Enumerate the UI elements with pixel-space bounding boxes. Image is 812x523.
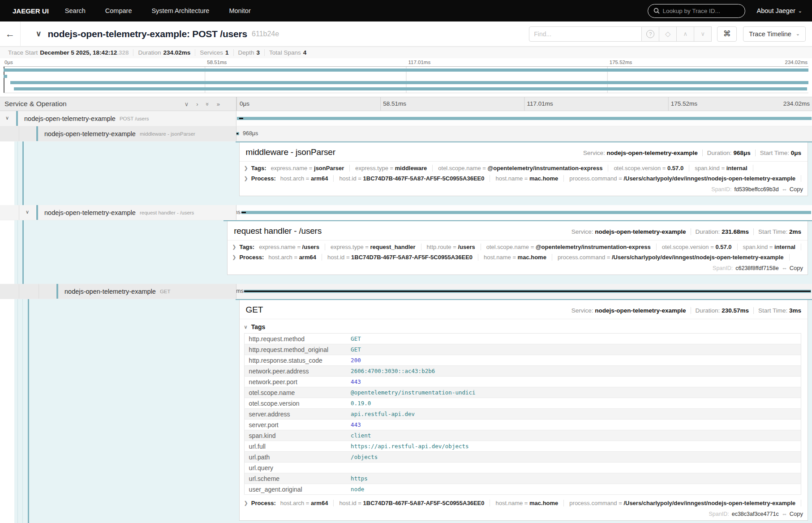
tag-value: GET [346, 344, 801, 355]
service-operation-header: Service & Operation [4, 100, 67, 108]
about-jaeger-menu[interactable]: About Jaeger ⌄ [757, 7, 802, 14]
span-duration-label: 230.57ms [236, 288, 244, 294]
span-name-cell-post-users[interactable]: ∨ nodejs-open-telemetry-example POST /us… [0, 111, 236, 126]
minimap-span-bar [4, 69, 808, 72]
trace-view-select[interactable]: Trace Timeline ⌄ [743, 26, 806, 42]
span-color-accent [36, 205, 38, 220]
span-detail-region: GET Service: nodejs-open-telemetry-examp… [236, 299, 812, 523]
span-detail-row: middleware - jsonParser Service: nodejs-… [0, 141, 812, 205]
tag-summary-item: span.kind = internal [738, 244, 801, 250]
process-summary-row[interactable]: ❯ Process: host.arch = arm64host.id = 1B… [228, 253, 808, 263]
span-bar[interactable] [241, 211, 811, 214]
span-name-cell-json-parser[interactable]: nodejs-open-telemetry-example middleware… [0, 126, 236, 141]
span-detail-header[interactable]: request handler - /users Service: nodejs… [228, 221, 808, 240]
find-prev-button[interactable]: ∧ [677, 26, 694, 42]
span-detail-region: request handler - /users Service: nodejs… [223, 220, 812, 284]
span-row: nodejs-open-telemetry-example GET 230.57… [0, 284, 812, 299]
tag-key: network.peer.port [244, 377, 346, 387]
nav-item-compare[interactable]: Compare [95, 7, 142, 14]
trace-meta-bar: Trace StartDecember 5 2025, 18:42:12.328… [0, 47, 812, 58]
tag-row: http.request.method_original GET [244, 344, 801, 355]
nav-item-search[interactable]: Search [55, 7, 95, 14]
span-timeline-cell[interactable]: 968μs [236, 126, 812, 141]
tag-value: 443 [346, 420, 801, 430]
tag-row: url.query [244, 463, 801, 473]
tag-row: span.kind client [244, 430, 801, 441]
minimap-canvas[interactable] [4, 66, 808, 93]
span-row: nodejs-open-telemetry-example middleware… [0, 126, 812, 141]
chevron-down-icon: ∨ [244, 324, 248, 330]
span-color-accent [36, 126, 38, 141]
diamond-target-icon: ◇ [665, 30, 670, 38]
span-duration-label: 231.68ms [236, 209, 241, 215]
tags-section-header[interactable]: ∨ Tags [244, 322, 801, 333]
trace-collapse-chevron-icon[interactable]: ∨ [36, 29, 41, 39]
chevron-down-icon: ⌄ [796, 31, 800, 36]
span-timeline-cell[interactable]: 230.57ms [236, 284, 812, 299]
span-detail-title: middleware - jsonParser [246, 147, 335, 157]
span-name-cell-get[interactable]: nodejs-open-telemetry-example GET [0, 284, 236, 299]
critical-path-segment [244, 291, 811, 292]
tags-summary-row[interactable]: ❯ Tags: express.name = jsonParserexpress… [240, 162, 808, 174]
tags-table: http.request.method GET http.request.met… [244, 333, 801, 495]
span-detail-header[interactable]: middleware - jsonParser Service: nodejs-… [240, 142, 808, 162]
collapse-one-icon[interactable]: ∨ [185, 101, 189, 107]
tag-row: url.scheme https [244, 473, 801, 484]
process-summary-row[interactable]: ❯ Process: host.arch = arm64host.id = 1B… [240, 497, 808, 509]
span-duration-label: 968μs [243, 130, 258, 137]
span-detail-row: request handler - /users Service: nodejs… [0, 220, 812, 284]
span-detail-info: Service: nodejs-open-telemetry-example D… [567, 307, 801, 314]
span-bar[interactable] [237, 117, 812, 120]
copy-span-id-button[interactable]: ⇔ Copy [782, 265, 803, 271]
command-icon: ⌘ [723, 29, 731, 39]
process-summary-row[interactable]: ❯ Process: host.arch = arm64host.id = 1B… [240, 174, 808, 184]
back-button[interactable]: ← [0, 21, 21, 46]
span-timeline-cell[interactable] [236, 111, 812, 126]
expand-all-icon[interactable]: » [217, 101, 220, 107]
find-toolbar: ? ◇ ∧ ∨ [529, 26, 712, 42]
tag-value: /objects [346, 452, 801, 463]
trace-id-lookup-input[interactable] [663, 8, 739, 14]
span-id-row: SpanID: c6238f8ffdf7158e ⇔ Copy [228, 263, 808, 274]
span-operation-name: request handler - /users [140, 210, 194, 215]
copy-span-id-button[interactable]: ⇔ Copy [782, 186, 803, 193]
find-input[interactable] [529, 26, 642, 42]
chevron-down-icon[interactable]: ∨ [26, 209, 29, 215]
span-detail-title: request handler - /users [234, 226, 322, 236]
tag-summary-item: express.type = middleware [350, 165, 433, 171]
minimap-span-bar [4, 75, 7, 78]
chevron-right-icon: ❯ [244, 165, 248, 171]
span-color-accent [16, 111, 18, 126]
tag-row: server.address api.restful-api.dev [244, 409, 801, 420]
collapse-all-icon[interactable]: » [204, 102, 211, 105]
nav-item-system-architecture[interactable]: System Architecture [142, 7, 219, 14]
span-detail-header[interactable]: GET Service: nodejs-open-telemetry-examp… [240, 300, 808, 319]
link-icon: ⇔ [782, 265, 787, 271]
tag-row: user_agent.original node [244, 484, 801, 495]
tag-summary-item: http.route = /users [421, 244, 481, 250]
tree-guide-line [17, 220, 18, 284]
find-focus-button[interactable]: ◇ [659, 26, 677, 42]
tag-row: network.peer.address 2606:4700:3030::ac4… [244, 366, 801, 377]
tag-summary-item: otel.scope.name = @opentelemetry/instrum… [481, 244, 657, 250]
copy-span-id-button[interactable]: ⇔ Copy [782, 510, 803, 517]
span-detail-region: middleware - jsonParser Service: nodejs-… [236, 141, 812, 205]
search-icon [653, 8, 660, 14]
tag-key: http.request.method [244, 334, 346, 344]
find-help-button[interactable]: ? [642, 26, 659, 42]
span-detail-indent [0, 141, 236, 205]
app-brand[interactable]: JAEGER UI [6, 7, 55, 15]
nav-item-monitor[interactable]: Monitor [219, 7, 260, 14]
trace-id-lookup[interactable] [648, 4, 745, 18]
span-detail-card: request handler - /users Service: nodejs… [227, 221, 808, 275]
find-next-button[interactable]: ∨ [694, 26, 712, 42]
span-detail-info: Service: nodejs-open-telemetry-example D… [567, 228, 801, 235]
span-name-cell-request-handler[interactable]: ∨ nodejs-open-telemetry-example request … [0, 205, 236, 220]
tag-row: network.peer.port 443 [244, 377, 801, 387]
keyboard-shortcuts-button[interactable]: ⌘ [717, 26, 737, 42]
tags-summary-row[interactable]: ❯ Tags: express.name = /usersexpress.typ… [228, 240, 808, 253]
tag-key: server.port [244, 420, 346, 430]
expand-one-icon[interactable]: › [196, 101, 198, 107]
span-timeline-cell[interactable]: 231.68ms [236, 205, 812, 220]
chevron-down-icon[interactable]: ∨ [5, 115, 9, 121]
